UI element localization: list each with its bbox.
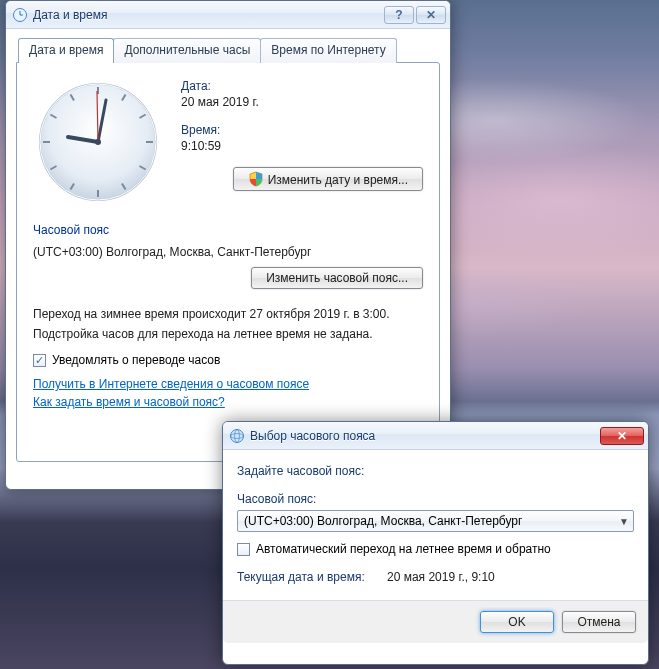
titlebar[interactable]: Дата и время ? ✕ — [6, 1, 450, 29]
change-datetime-button[interactable]: Изменить дату и время... — [233, 167, 423, 191]
window-title: Дата и время — [33, 8, 382, 22]
dst-info-line2: Подстройка часов для перехода на летнее … — [33, 327, 423, 341]
chevron-down-icon: ▼ — [619, 516, 629, 527]
shield-icon — [248, 171, 264, 187]
link-howto[interactable]: Как задать время и часовой пояс? — [33, 395, 423, 409]
globe-icon — [229, 428, 245, 444]
dst-label: Автоматический переход на летнее время и… — [256, 542, 551, 556]
timezone-combobox[interactable]: (UTC+03:00) Волгоград, Москва, Санкт-Пет… — [237, 510, 634, 532]
date-label: Дата: — [181, 79, 423, 93]
tz-field-label: Часовой пояс: — [237, 492, 634, 506]
dst-info-line1: Переход на зимнее время происходит 27 ок… — [33, 307, 423, 321]
current-datetime-value: 20 мая 2019 г., 9:10 — [387, 570, 495, 584]
time-label: Время: — [181, 123, 423, 137]
tab-strip: Дата и время Дополнительные часы Время п… — [16, 38, 440, 63]
time-value: 9:10:59 — [181, 139, 423, 153]
tab-panel: Дата: 20 мая 2019 г. Время: 9:10:59 Изме… — [16, 62, 440, 462]
help-icon: ? — [395, 8, 402, 22]
dialog-title: Выбор часового пояса — [250, 429, 598, 443]
timezone-value: (UTC+03:00) Волгоград, Москва, Санкт-Пет… — [33, 245, 423, 259]
timezone-heading: Часовой пояс — [33, 223, 423, 237]
date-value: 20 мая 2019 г. — [181, 95, 423, 109]
cancel-button[interactable]: Отмена — [562, 611, 636, 633]
timezone-selected: (UTC+03:00) Волгоград, Москва, Санкт-Пет… — [244, 514, 522, 528]
change-timezone-button[interactable]: Изменить часовой пояс... — [251, 267, 423, 289]
close-button[interactable]: ✕ — [600, 427, 644, 445]
tab-additional-clocks[interactable]: Дополнительные часы — [113, 38, 261, 63]
notify-label: Уведомлять о переводе часов — [52, 353, 220, 367]
clock-icon — [12, 7, 28, 23]
tab-internet-time[interactable]: Время по Интернету — [260, 38, 396, 63]
close-icon: ✕ — [426, 9, 436, 21]
titlebar[interactable]: Выбор часового пояса ✕ — [223, 422, 648, 450]
notify-checkbox[interactable]: ✓ — [33, 354, 46, 367]
timezone-dialog: Выбор часового пояса ✕ Задайте часовой п… — [222, 421, 649, 665]
dialog-prompt: Задайте часовой пояс: — [237, 464, 634, 478]
close-button[interactable]: ✕ — [416, 6, 446, 24]
tab-date-time[interactable]: Дата и время — [18, 38, 114, 63]
svg-point-20 — [95, 139, 101, 145]
dialog-button-row: OK Отмена — [223, 600, 648, 643]
ok-button[interactable]: OK — [480, 611, 554, 633]
current-datetime-label: Текущая дата и время: — [237, 570, 387, 584]
date-time-window: Дата и время ? ✕ Дата и время Дополнител… — [5, 0, 451, 490]
link-tz-info[interactable]: Получить в Интернете сведения о часовом … — [33, 377, 423, 391]
close-icon: ✕ — [617, 430, 627, 442]
svg-point-21 — [231, 429, 244, 442]
help-button[interactable]: ? — [384, 6, 414, 24]
analog-clock — [33, 77, 163, 207]
dst-checkbox[interactable] — [237, 543, 250, 556]
